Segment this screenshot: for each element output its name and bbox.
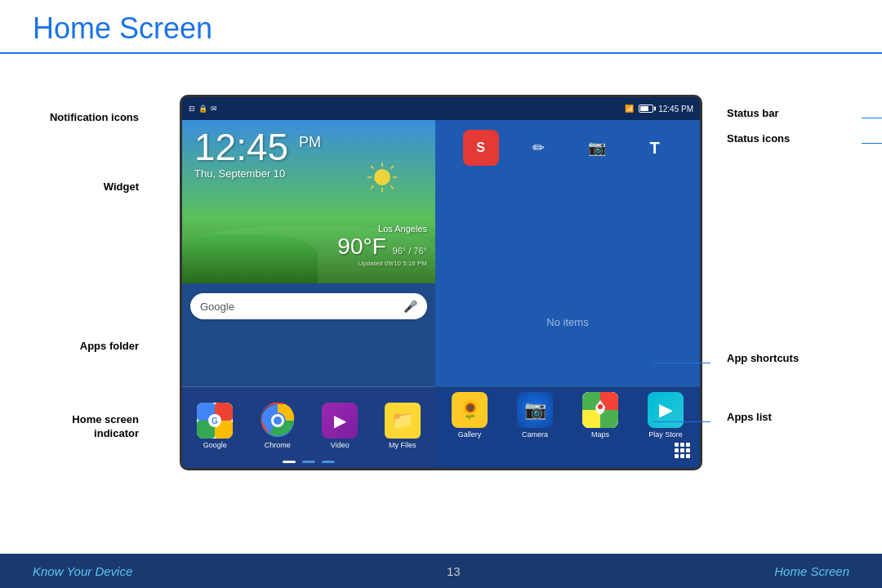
left-labels: Notification icons Widget Apps folder Ho… xyxy=(33,70,163,534)
top-apps-row: S ✏ 📷 T xyxy=(435,120,700,176)
myfiles-label: My Files xyxy=(389,441,416,449)
app-item-gallery[interactable]: 🌻 Gallery xyxy=(442,392,497,439)
right-apps-row: 🌻 Gallery 📷 Camera xyxy=(435,387,700,440)
app-item-camera[interactable]: 📷 Camera xyxy=(507,392,563,439)
microphone-icon: 🎤 xyxy=(403,300,417,313)
home-screen-indicator-label: Home screen indicator xyxy=(33,413,139,441)
video-icon: ▶ xyxy=(322,403,358,439)
apps-row: G Google xyxy=(182,387,435,461)
tablet-screen: ⊟ 🔒 ✉ 📶 12:45 PM xyxy=(180,95,702,470)
apps-list-label: Apps list xyxy=(727,411,772,423)
indicator-dot-1 xyxy=(283,461,296,463)
app-item-google[interactable]: G Google xyxy=(187,403,243,449)
svg-line-7 xyxy=(391,166,394,169)
top-app-camera2[interactable]: 📷 xyxy=(579,130,615,166)
svg-text:G: G xyxy=(212,416,218,425)
notification-icons-area: ⊟ 🔒 ✉ xyxy=(189,105,217,113)
top-app-pen[interactable]: ✏ xyxy=(521,130,557,166)
myfiles-icon: 📁 xyxy=(385,403,421,439)
indicator-dot-3 xyxy=(322,461,335,463)
camera-icon: 📷 xyxy=(517,392,553,428)
playstore-icon: ▶ xyxy=(648,392,684,428)
svg-line-6 xyxy=(391,186,394,189)
status-icons-label: Status icons xyxy=(727,132,790,145)
chrome-icon xyxy=(260,403,296,439)
app-item-myfiles[interactable]: 📁 My Files xyxy=(375,403,430,449)
svg-point-0 xyxy=(374,169,390,185)
svg-point-23 xyxy=(598,404,603,409)
search-placeholder: Google xyxy=(200,301,403,313)
tablet-device: ⊟ 🔒 ✉ 📶 12:45 PM xyxy=(163,70,719,534)
status-icons-line xyxy=(862,143,882,144)
video-label: Video xyxy=(331,441,350,449)
top-app-t[interactable]: T xyxy=(637,130,673,166)
home-screen-indicator xyxy=(182,461,435,468)
app-item-maps[interactable]: Maps xyxy=(572,392,628,439)
google-icon: G xyxy=(197,403,233,439)
footer: Know Your Device 13 Home Screen xyxy=(0,554,882,588)
grid-icon xyxy=(675,443,690,458)
apps-folder-label: Apps folder xyxy=(33,340,139,352)
app-item-chrome[interactable]: Chrome xyxy=(250,403,305,449)
svg-line-8 xyxy=(371,186,374,189)
maps-label: Maps xyxy=(591,430,609,439)
widget-label: Widget xyxy=(33,180,139,193)
right-labels: Status bar Status icons App shortcuts Ap… xyxy=(719,70,849,534)
gallery-icon: 🌻 xyxy=(452,392,488,428)
top-app-s[interactable]: S xyxy=(463,130,499,166)
apps-list-button[interactable] xyxy=(670,439,693,461)
weather-info: Los Angeles 90°F 96° / 76° Updated 09/10… xyxy=(337,224,427,267)
footer-section-left: Know Your Device xyxy=(33,564,132,578)
google-label: Google xyxy=(203,441,227,449)
right-panel: S ✏ 📷 T No items xyxy=(435,120,700,468)
apps-list-line xyxy=(653,421,710,422)
camera-label: Camera xyxy=(522,430,548,439)
right-dock: 🌻 Gallery 📷 Camera xyxy=(435,386,700,468)
right-indicator-row xyxy=(435,440,700,443)
clock-weather-widget: 12:45 PM Thu, September 10 xyxy=(182,120,435,283)
chrome-label: Chrome xyxy=(265,441,291,449)
page-title: Home Screen xyxy=(0,0,882,52)
playstore-label: Play Store xyxy=(648,430,683,439)
svg-point-17 xyxy=(274,416,282,425)
footer-section-right: Home Screen xyxy=(774,564,849,578)
left-panel: 12:45 PM Thu, September 10 xyxy=(182,120,435,468)
footer-page-number: 13 xyxy=(447,564,461,578)
status-time: 12:45 PM xyxy=(658,105,693,114)
maps-icon xyxy=(582,392,618,428)
app-shortcuts-dock: G Google xyxy=(182,386,435,468)
app-item-video[interactable]: ▶ Video xyxy=(312,403,368,449)
gallery-label: Gallery xyxy=(458,430,482,439)
status-bar: ⊟ 🔒 ✉ 📶 12:45 PM xyxy=(182,97,700,120)
svg-line-5 xyxy=(371,166,374,169)
status-icons-area: 📶 12:45 PM xyxy=(625,105,693,114)
sun-icon xyxy=(366,161,399,194)
app-shortcuts-line xyxy=(653,363,710,363)
indicator-dot-2 xyxy=(302,461,315,463)
app-shortcuts-label: App shortcuts xyxy=(727,352,799,364)
status-bar-label: Status bar xyxy=(727,107,779,119)
search-bar[interactable]: Google 🎤 xyxy=(190,293,427,319)
tablet-body: 12:45 PM Thu, September 10 xyxy=(182,120,700,468)
battery-icon xyxy=(639,105,653,113)
app-item-playstore[interactable]: ▶ Play Store xyxy=(638,392,693,439)
notification-icons-label: Notification icons xyxy=(33,111,139,125)
